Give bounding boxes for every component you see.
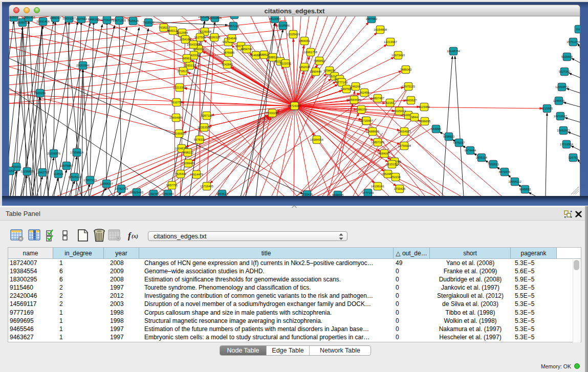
svg-text:16053809: 16053809 <box>208 16 222 19</box>
svg-text:9245652: 9245652 <box>519 188 531 191</box>
svg-text:16543382: 16543382 <box>187 43 200 46</box>
svg-text:17957223: 17957223 <box>83 179 97 182</box>
svg-text:17359914: 17359914 <box>70 151 84 154</box>
svg-text:362456: 362456 <box>359 91 369 94</box>
svg-text:10975887: 10975887 <box>60 164 73 167</box>
svg-text:116753: 116753 <box>569 156 578 159</box>
svg-text:62160: 62160 <box>386 101 394 104</box>
svg-text:12505115: 12505115 <box>68 176 81 179</box>
svg-text:1244415: 1244415 <box>553 99 565 102</box>
svg-text:9457791: 9457791 <box>166 184 178 187</box>
svg-text:8454749: 8454749 <box>241 48 253 51</box>
svg-text:1733426: 1733426 <box>394 187 406 190</box>
svg-text:18807249: 18807249 <box>371 141 384 144</box>
svg-text:19218986: 19218986 <box>276 24 290 27</box>
svg-text:98961: 98961 <box>183 57 191 60</box>
svg-text:19384554: 19384554 <box>310 138 324 141</box>
svg-text:7386372: 7386372 <box>356 108 367 111</box>
svg-text:12975125: 12975125 <box>402 85 415 88</box>
svg-text:16961758: 16961758 <box>304 51 317 54</box>
svg-text:17016504: 17016504 <box>560 143 574 146</box>
svg-text:0699695: 0699695 <box>419 120 431 123</box>
svg-text:12353594: 12353594 <box>198 126 211 129</box>
svg-text:10973493: 10973493 <box>391 54 405 57</box>
svg-text:154646: 154646 <box>227 37 236 40</box>
svg-text:12156829: 12156829 <box>20 170 34 173</box>
svg-text:15716485: 15716485 <box>200 185 213 188</box>
svg-text:1112: 1112 <box>576 28 580 31</box>
svg-text:5578332: 5578332 <box>194 138 206 141</box>
svg-text:1254169: 1254169 <box>180 38 191 41</box>
svg-text:5498222: 5498222 <box>182 151 194 154</box>
svg-text:10654112: 10654112 <box>508 180 521 183</box>
svg-text:9127509: 9127509 <box>194 36 206 39</box>
svg-text:746266: 746266 <box>351 85 360 88</box>
svg-text:10958107: 10958107 <box>100 182 113 185</box>
svg-text:252234: 252234 <box>390 176 401 179</box>
svg-text:16648784: 16648784 <box>447 50 461 53</box>
svg-text:3267110: 3267110 <box>201 114 212 117</box>
svg-text:15692971: 15692971 <box>557 129 570 132</box>
svg-text:7955812: 7955812 <box>314 59 325 62</box>
svg-text:9115460: 9115460 <box>419 105 430 108</box>
svg-text:9474444: 9474444 <box>465 149 476 152</box>
svg-text:29053346: 29053346 <box>76 64 90 67</box>
svg-text:14914479: 14914479 <box>190 173 203 176</box>
svg-text:1990448: 1990448 <box>310 70 322 73</box>
svg-text:10719155: 10719155 <box>100 18 114 21</box>
svg-text:1733426: 1733426 <box>301 193 313 196</box>
svg-text:1093137: 1093137 <box>184 64 196 67</box>
svg-text:9329906: 9329906 <box>561 55 573 58</box>
svg-text:(x): (x) <box>132 233 138 239</box>
svg-text:1053384: 1053384 <box>162 192 174 195</box>
svg-text:1292344: 1292344 <box>148 192 160 195</box>
svg-text:19756928: 19756928 <box>398 144 411 147</box>
svg-text:10653267: 10653267 <box>62 17 76 20</box>
svg-text:16099489: 16099489 <box>182 162 195 165</box>
svg-text:7485063: 7485063 <box>400 68 412 71</box>
svg-text:7857224: 7857224 <box>228 25 239 28</box>
svg-text:20691406: 20691406 <box>22 16 35 19</box>
svg-text:9777169: 9777169 <box>362 191 374 194</box>
svg-text:6466160: 6466160 <box>88 18 100 21</box>
svg-text:15751074: 15751074 <box>567 40 580 43</box>
svg-text:7632621: 7632621 <box>488 163 499 166</box>
svg-text:1610755: 1610755 <box>171 101 183 104</box>
svg-text:8813054: 8813054 <box>269 17 281 20</box>
svg-text:8122031: 8122031 <box>280 62 292 65</box>
svg-text:164095: 164095 <box>431 127 441 130</box>
svg-text:20206576: 20206576 <box>47 152 60 155</box>
svg-text:7603156: 7603156 <box>34 92 46 95</box>
svg-text:7625402: 7625402 <box>175 172 187 176</box>
svg-text:39153: 39153 <box>9 169 14 172</box>
svg-text:1965337: 1965337 <box>50 16 61 19</box>
svg-text:12213967: 12213967 <box>384 40 397 43</box>
svg-text:12093872: 12093872 <box>555 85 569 89</box>
svg-text:6479197: 6479197 <box>453 141 465 144</box>
svg-text:16671355: 16671355 <box>113 19 126 22</box>
svg-text:9844: 9844 <box>411 116 419 119</box>
svg-text:12942737: 12942737 <box>36 171 49 174</box>
svg-text:10025433: 10025433 <box>393 110 406 113</box>
svg-text:14136141: 14136141 <box>371 185 384 188</box>
svg-text:114519: 114519 <box>54 172 63 176</box>
svg-text:6794078: 6794078 <box>324 69 336 72</box>
svg-text:9338923: 9338923 <box>443 135 455 138</box>
svg-text:1615152: 1615152 <box>386 163 398 166</box>
svg-text:16154808: 16154808 <box>374 28 387 31</box>
svg-text:19166825: 19166825 <box>172 132 186 135</box>
svg-text:9242843: 9242843 <box>222 63 233 66</box>
svg-text:18724007: 18724007 <box>288 104 301 107</box>
svg-text:19654985: 19654985 <box>169 116 183 119</box>
svg-text:1864091: 1864091 <box>299 39 311 42</box>
svg-text:16782759: 16782759 <box>115 187 128 190</box>
svg-text:9777169: 9777169 <box>336 81 348 84</box>
svg-text:1527602: 1527602 <box>76 17 88 20</box>
svg-text:11720407: 11720407 <box>360 119 373 122</box>
svg-text:3875685: 3875685 <box>223 51 235 54</box>
svg-text:9463627: 9463627 <box>405 99 417 102</box>
svg-text:12923443: 12923443 <box>130 191 143 194</box>
svg-text:8186328: 8186328 <box>209 36 221 39</box>
svg-text:1362615: 1362615 <box>299 65 311 69</box>
svg-text:2935114: 2935114 <box>476 156 488 159</box>
